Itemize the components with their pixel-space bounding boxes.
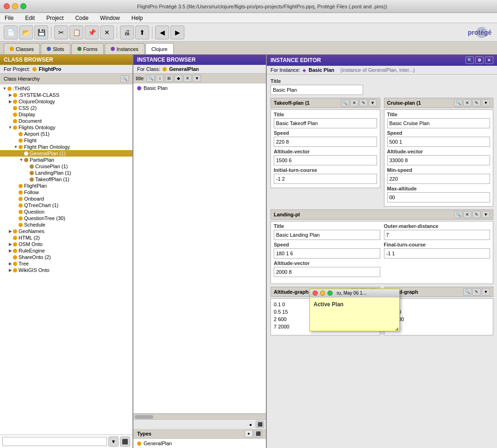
ib-filter-btn[interactable]: ⊞	[165, 75, 173, 82]
minimize-button[interactable]	[12, 3, 18, 9]
hierarchy-search-btn[interactable]: 🔍	[120, 75, 129, 82]
tree-item-shareonto[interactable]: ShareOnto (2)	[0, 254, 132, 260]
toolbar-forward[interactable]: ▶	[170, 25, 184, 39]
landing-outer-input[interactable]	[384, 230, 491, 240]
search-go-button[interactable]: ⬛	[120, 436, 130, 447]
tab-forms[interactable]: Forms	[71, 43, 104, 54]
toolbar-copy[interactable]: 📋	[69, 25, 83, 39]
menu-help[interactable]: Help	[129, 14, 145, 22]
ie-header-btn2[interactable]: ⚙	[475, 57, 484, 64]
tree-item-questiontree[interactable]: QuestionTree (30)	[0, 215, 132, 221]
cruise-expand-btn[interactable]: ▼	[482, 99, 490, 107]
cruise-search-btn[interactable]: 🔍	[454, 99, 462, 107]
ib-expand-btn[interactable]: ▼	[193, 75, 201, 82]
tree-item-schedule[interactable]: Schedule	[0, 221, 132, 228]
tab-slots[interactable]: Slots	[41, 43, 70, 54]
tree-item-flightplan[interactable]: FlightPlan	[0, 183, 132, 189]
ie-title-input[interactable]	[271, 85, 363, 95]
landing-altitude-input[interactable]	[274, 267, 380, 277]
tree-item-cruiseplan[interactable]: CruisePlan (1)	[0, 163, 132, 170]
tree-item-tree[interactable]: ▶ Tree	[0, 260, 132, 267]
tree-item-display[interactable]: Display	[0, 111, 132, 118]
cruise-minspeed-input[interactable]	[387, 174, 491, 184]
tree-item-follow[interactable]: Follow	[0, 189, 132, 196]
landing-search-btn[interactable]: 🔍	[454, 211, 462, 218]
takeoff-expand-btn[interactable]: ▼	[369, 99, 377, 107]
speed-graph-expand-btn[interactable]: ▼	[482, 288, 490, 296]
landing-expand-btn[interactable]: ▼	[482, 211, 490, 218]
active-note-resize-handle[interactable]: ◢	[310, 325, 399, 331]
tree-item-question[interactable]: Question	[0, 208, 132, 215]
speed-graph-edit-btn[interactable]: ✎	[472, 288, 481, 296]
ib-sort-btn[interactable]: ↕	[156, 75, 164, 82]
tree-item-generalplan[interactable]: GeneralPlan (1)	[0, 150, 132, 157]
tree-item-flight[interactable]: Flight	[0, 137, 132, 144]
tree-item-thing[interactable]: ▼ :THING	[0, 85, 132, 92]
tree-item-airport[interactable]: Airport (51)	[0, 131, 132, 137]
tree-item-css[interactable]: CSS (2)	[0, 105, 132, 111]
ib-remove-btn[interactable]: ✕	[183, 75, 192, 82]
cruise-title-input[interactable]	[387, 118, 491, 128]
menu-project[interactable]: Project	[44, 14, 66, 22]
tree-item-qtreechart[interactable]: QTreeChart (1)	[0, 202, 132, 208]
takeoff-altitude-input[interactable]	[274, 155, 377, 165]
tree-item-landingplan[interactable]: LandingPlan (1)	[0, 170, 132, 176]
toolbar-save[interactable]: 💾	[34, 25, 48, 39]
types-dot-btn[interactable]: ●	[245, 430, 253, 437]
toolbar-paste[interactable]: 📌	[85, 25, 99, 39]
toolbar-export[interactable]: ⬆	[135, 25, 149, 39]
maximize-button[interactable]	[20, 3, 26, 9]
tree-item-ruleengine[interactable]: ▶ RuleEngine	[0, 247, 132, 254]
menu-edit[interactable]: Edit	[23, 14, 37, 22]
speed-graph-search-btn[interactable]: 🔍	[463, 288, 472, 296]
takeoff-title-input[interactable]	[274, 118, 377, 128]
tree-item-html[interactable]: HTML (2)	[0, 234, 132, 241]
tree-item-wikigis[interactable]: ▶ WikiGIS Onto	[0, 267, 132, 273]
tab-instances[interactable]: Instances	[105, 43, 145, 54]
landing-title-input[interactable]	[274, 230, 380, 240]
ie-close-btn[interactable]: ✕	[485, 57, 493, 64]
ib-type-add[interactable]: ⬛	[256, 421, 264, 428]
takeoff-speed-input[interactable]	[274, 137, 377, 147]
landing-finalturn-input[interactable]	[384, 248, 491, 259]
ib-search-btn[interactable]: 🔍	[146, 75, 155, 82]
close-button[interactable]	[4, 3, 10, 9]
tree-item-system-class[interactable]: ▶ :SYSTEM-CLASS	[0, 92, 132, 98]
takeoff-turn-input[interactable]	[274, 174, 377, 184]
tree-item-clojureontology[interactable]: ▶ ClojureOntology	[0, 98, 132, 105]
toolbar-new[interactable]: 📄	[4, 25, 18, 39]
tree-item-partialplan[interactable]: ▼ PartialPlan	[0, 157, 132, 163]
landing-edit-btn[interactable]: ✎	[472, 211, 481, 218]
cruise-delete-btn[interactable]: ✕	[463, 99, 472, 107]
takeoff-search-btn[interactable]: 🔍	[341, 99, 349, 107]
note-close-btn[interactable]	[313, 290, 318, 296]
tree-item-flights-ontology[interactable]: ▼ Flights Ontology	[0, 124, 132, 131]
cruise-edit-btn[interactable]: ✎	[472, 99, 481, 107]
toolbar-delete[interactable]: ✕	[100, 25, 114, 39]
search-button[interactable]: ▼	[108, 436, 119, 447]
ib-add-btn[interactable]: ◆	[174, 75, 182, 82]
tab-classes[interactable]: Classes	[4, 43, 40, 54]
toolbar-back[interactable]: ◀	[155, 25, 169, 39]
ie-header-btn1[interactable]: 🔍	[466, 57, 474, 64]
toolbar-cut[interactable]: ✂	[54, 25, 68, 39]
tree-item-geonames[interactable]: ▶ GeoNames	[0, 228, 132, 234]
ib-type-dot[interactable]: ●	[246, 421, 255, 428]
tree-item-osm-onto[interactable]: ▶ OSM Onto	[0, 241, 132, 247]
note-max-btn[interactable]	[327, 290, 333, 296]
tree-item-onboard[interactable]: Onboard	[0, 196, 132, 202]
menu-file[interactable]: File	[2, 14, 16, 22]
tree-item-flight-plan-ontology[interactable]: ▼ Flight Plan Ontology	[0, 144, 132, 150]
landing-delete-btn[interactable]: ✕	[463, 211, 472, 218]
type-item-generalplan[interactable]: GeneralPlan	[137, 440, 262, 447]
takeoff-edit-btn[interactable]: ✎	[359, 99, 368, 107]
search-input[interactable]	[2, 437, 107, 446]
landing-speed-input[interactable]	[274, 248, 380, 259]
toolbar-print[interactable]: 🖨	[120, 25, 134, 39]
menu-code[interactable]: Code	[73, 14, 91, 22]
tab-clojure[interactable]: Clojure	[145, 43, 174, 54]
tree-item-takeoffplan[interactable]: TakeoffPlan (1)	[0, 176, 132, 183]
instance-item-basic-plan[interactable]: Basic Plan	[133, 84, 266, 92]
cruise-speed-input[interactable]	[387, 137, 491, 147]
note-min-btn[interactable]	[320, 290, 325, 296]
